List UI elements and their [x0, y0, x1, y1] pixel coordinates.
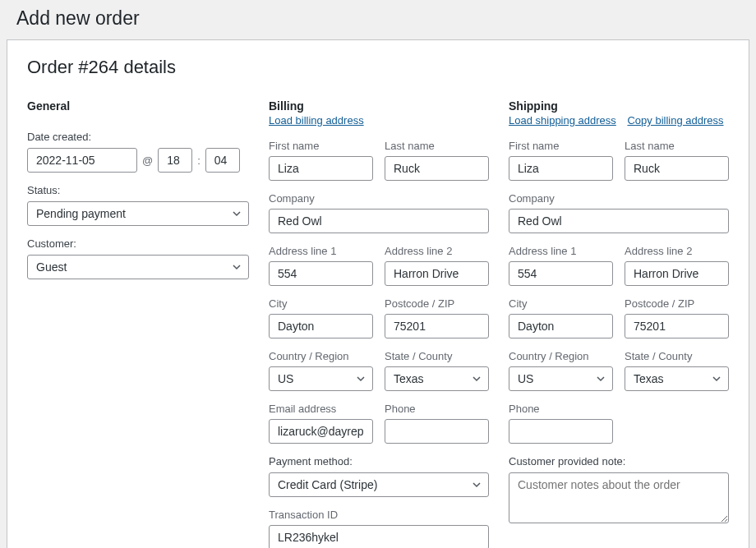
billing-city-input[interactable] [269, 314, 373, 338]
shipping-phone-input[interactable] [509, 419, 613, 444]
shipping-country-select[interactable]: US [509, 366, 613, 391]
shipping-address2-input[interactable] [625, 261, 729, 286]
billing-state-label: State / County [385, 350, 489, 362]
billing-address2-label: Address line 2 [385, 245, 489, 257]
billing-postcode-input[interactable] [385, 314, 489, 338]
billing-email-input[interactable] [269, 419, 373, 444]
billing-company-label: Company [269, 192, 489, 205]
shipping-address1-input[interactable] [509, 261, 613, 286]
billing-email-label: Email address [269, 403, 373, 415]
customer-value: Guest [36, 260, 67, 274]
transaction-id-label: Transaction ID [269, 509, 489, 521]
shipping-address2-label: Address line 2 [625, 245, 729, 257]
billing-city-label: City [269, 297, 373, 310]
payment-method-label: Payment method: [269, 455, 489, 467]
chevron-down-icon [712, 374, 721, 384]
load-billing-address-link[interactable]: Load billing address [269, 114, 364, 127]
billing-address2-input[interactable] [385, 261, 489, 286]
order-panel: Order #264 details General Date created:… [7, 39, 749, 548]
billing-last-name-label: Last name [385, 140, 489, 152]
shipping-company-label: Company [509, 192, 729, 205]
billing-address1-label: Address line 1 [269, 245, 373, 257]
shipping-column: Shipping Load shipping address Copy bill… [509, 99, 729, 548]
billing-column: Billing Load billing address First name … [269, 99, 489, 548]
time-colon: : [197, 154, 201, 167]
billing-postcode-label: Postcode / ZIP [385, 297, 489, 310]
billing-state-value: Texas [394, 372, 424, 385]
status-label: Status: [27, 184, 249, 196]
load-shipping-address-link[interactable]: Load shipping address [509, 114, 616, 127]
shipping-country-label: Country / Region [509, 350, 613, 362]
billing-heading: Billing [269, 99, 489, 113]
general-heading: General [27, 99, 249, 113]
shipping-city-input[interactable] [509, 314, 613, 338]
shipping-state-select[interactable]: Texas [625, 366, 729, 391]
shipping-company-input[interactable] [509, 209, 729, 233]
chevron-down-icon [596, 374, 606, 384]
customer-note-label: Customer provided note: [509, 455, 729, 467]
billing-country-label: Country / Region [269, 350, 373, 362]
date-created-label: Date created: [27, 131, 249, 143]
shipping-country-value: US [518, 372, 533, 385]
shipping-state-label: State / County [625, 350, 729, 362]
shipping-phone-label: Phone [509, 403, 613, 415]
date-input[interactable] [27, 148, 137, 173]
billing-phone-label: Phone [385, 403, 489, 415]
chevron-down-icon [472, 480, 482, 490]
shipping-address1-label: Address line 1 [509, 245, 613, 257]
status-value: Pending payment [36, 207, 126, 220]
billing-country-select[interactable]: US [269, 366, 373, 391]
customer-label: Customer: [27, 237, 249, 250]
shipping-first-name-label: First name [509, 140, 613, 152]
at-symbol: @ [142, 154, 153, 167]
billing-company-input[interactable] [269, 209, 489, 233]
billing-phone-input[interactable] [385, 419, 489, 444]
chevron-down-icon [232, 262, 242, 272]
shipping-last-name-label: Last name [625, 140, 729, 152]
copy-billing-address-link[interactable]: Copy billing address [627, 114, 723, 127]
status-select[interactable]: Pending payment [27, 201, 249, 226]
payment-method-select[interactable]: Credit Card (Stripe) [269, 472, 489, 497]
billing-first-name-input[interactable] [269, 156, 373, 181]
billing-address1-input[interactable] [269, 261, 373, 286]
hour-input[interactable] [158, 148, 192, 173]
billing-last-name-input[interactable] [385, 156, 489, 181]
shipping-postcode-input[interactable] [625, 314, 729, 338]
shipping-first-name-input[interactable] [509, 156, 613, 181]
page-title: Add new order [0, 0, 756, 39]
billing-first-name-label: First name [269, 140, 373, 152]
transaction-id-input[interactable] [269, 525, 489, 548]
chevron-down-icon [356, 374, 366, 384]
minute-input[interactable] [205, 148, 240, 173]
customer-select[interactable]: Guest [27, 255, 249, 279]
shipping-state-value: Texas [634, 372, 664, 385]
customer-note-textarea[interactable] [509, 472, 729, 523]
billing-country-value: US [278, 372, 293, 385]
billing-state-select[interactable]: Texas [385, 366, 489, 391]
payment-method-value: Credit Card (Stripe) [278, 478, 377, 491]
shipping-postcode-label: Postcode / ZIP [625, 297, 729, 310]
chevron-down-icon [232, 209, 242, 219]
general-column: General Date created: @ : Status: Pendin… [27, 99, 249, 548]
chevron-down-icon [472, 374, 482, 384]
shipping-city-label: City [509, 297, 613, 310]
shipping-last-name-input[interactable] [625, 156, 729, 181]
shipping-heading: Shipping [509, 99, 729, 113]
order-title: Order #264 details [27, 57, 729, 78]
